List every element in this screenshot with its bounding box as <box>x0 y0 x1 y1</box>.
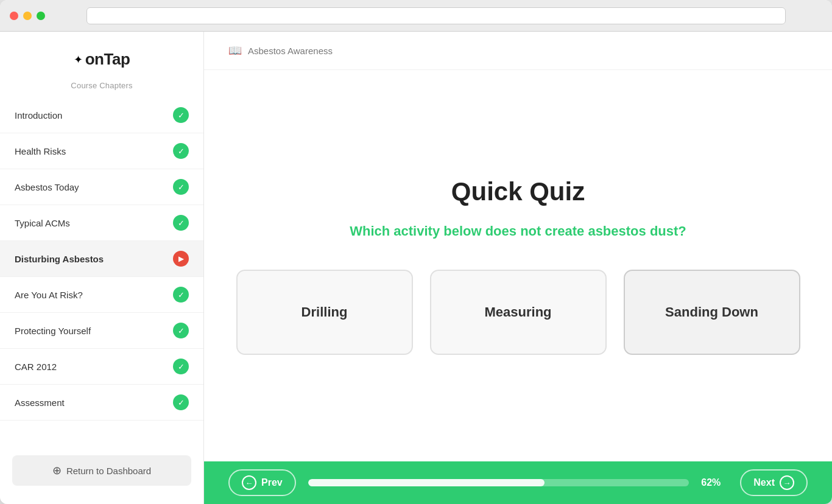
logo-area: ✦ onTap <box>0 32 203 81</box>
sidebar-item-asbestos-today[interactable]: Asbestos Today ✓ <box>0 169 203 205</box>
app-body: ✦ onTap Course Chapters Introduction ✓ H… <box>0 32 832 504</box>
return-button-label: Return to Dashboard <box>66 466 151 476</box>
chapter-list: Introduction ✓ Health Risks ✓ Asbestos T… <box>0 97 203 443</box>
sidebar-item-introduction[interactable]: Introduction ✓ <box>0 97 203 133</box>
chapter-label: Health Risks <box>15 146 66 156</box>
prev-button[interactable]: ← Prev <box>228 469 296 496</box>
chapter-label: Assessment <box>15 397 65 408</box>
sidebar-item-are-you-at-risk[interactable]: Are You At Risk? ✓ <box>0 277 203 313</box>
answer-cards: Drilling Measuring Sanding Down <box>229 270 808 355</box>
check-icon-typical-acms: ✓ <box>173 215 189 231</box>
logo-on: on <box>85 50 104 68</box>
check-icon-protecting-yourself: ✓ <box>173 323 189 338</box>
chapter-label: Introduction <box>15 110 62 121</box>
answer-card-measuring[interactable]: Measuring <box>430 270 607 355</box>
check-icon-introduction: ✓ <box>173 107 189 123</box>
url-bar[interactable] <box>86 7 786 24</box>
prev-arrow-icon: ← <box>242 475 256 490</box>
quiz-question: Which activity below does not create asb… <box>350 223 686 239</box>
prev-label: Prev <box>261 477 283 488</box>
sidebar-item-typical-acms[interactable]: Typical ACMs ✓ <box>0 205 203 241</box>
course-header: 📖 Asbestos Awareness <box>204 32 832 70</box>
sidebar-item-assessment[interactable]: Assessment ✓ <box>0 385 203 421</box>
sidebar-footer: ⊕ Return to Dashboard <box>0 443 203 504</box>
dot-green[interactable] <box>37 12 45 20</box>
chapter-label: CAR 2012 <box>15 362 57 372</box>
sidebar: ✦ onTap Course Chapters Introduction ✓ H… <box>0 32 204 504</box>
logo-tap: Tap <box>104 50 130 68</box>
answer-label-drilling: Drilling <box>301 304 348 320</box>
return-circle-icon: ⊕ <box>52 464 62 477</box>
bottom-bar: ← Prev 62% Next → <box>204 461 832 504</box>
logo-icon: ✦ <box>74 53 83 66</box>
check-icon-assessment: ✓ <box>173 394 189 410</box>
sidebar-item-protecting-yourself[interactable]: Protecting Yourself ✓ <box>0 313 203 349</box>
book-icon: 📖 <box>228 44 242 57</box>
answer-card-drilling[interactable]: Drilling <box>236 270 413 355</box>
sidebar-item-car-2012[interactable]: CAR 2012 ✓ <box>0 349 203 385</box>
chapter-label: Asbestos Today <box>15 182 79 192</box>
check-icon-are-you-at-risk: ✓ <box>173 287 189 303</box>
next-button[interactable]: Next → <box>740 469 808 496</box>
app-window: ✦ onTap Course Chapters Introduction ✓ H… <box>0 0 832 504</box>
next-label: Next <box>753 477 775 488</box>
sidebar-item-disturbing-asbestos[interactable]: Disturbing Asbestos ▶ <box>0 241 203 277</box>
answer-label-measuring: Measuring <box>484 304 551 320</box>
chapter-label: Are You At Risk? <box>15 290 83 300</box>
progress-track <box>308 479 689 486</box>
progress-fill <box>308 479 545 486</box>
quiz-title: Quick Quiz <box>451 177 585 206</box>
chapter-label: Disturbing Asbestos <box>15 254 104 264</box>
check-icon-health-risks: ✓ <box>173 143 189 159</box>
next-arrow-icon: → <box>780 475 794 490</box>
chapter-label: Protecting Yourself <box>15 326 91 336</box>
chapter-label: Typical ACMs <box>15 218 70 228</box>
answer-label-sanding-down: Sanding Down <box>665 304 758 320</box>
progress-label: 62% <box>701 477 728 488</box>
dot-red[interactable] <box>10 12 18 20</box>
course-title-header: Asbestos Awareness <box>248 46 333 56</box>
check-icon-asbestos-today: ✓ <box>173 179 189 195</box>
check-icon-car-2012: ✓ <box>173 359 189 374</box>
answer-card-sanding-down[interactable]: Sanding Down <box>624 270 800 355</box>
sidebar-item-health-risks[interactable]: Health Risks ✓ <box>0 133 203 169</box>
titlebar <box>0 0 832 32</box>
course-chapters-label: Course Chapters <box>0 81 203 97</box>
main-content: 📖 Asbestos Awareness Quick Quiz Which ac… <box>204 32 832 504</box>
quiz-area: Quick Quiz Which activity below does not… <box>204 70 832 461</box>
play-icon-disturbing-asbestos: ▶ <box>173 251 189 267</box>
return-to-dashboard-button[interactable]: ⊕ Return to Dashboard <box>12 455 191 486</box>
dot-yellow[interactable] <box>23 12 32 20</box>
logo-text: onTap <box>85 50 130 69</box>
